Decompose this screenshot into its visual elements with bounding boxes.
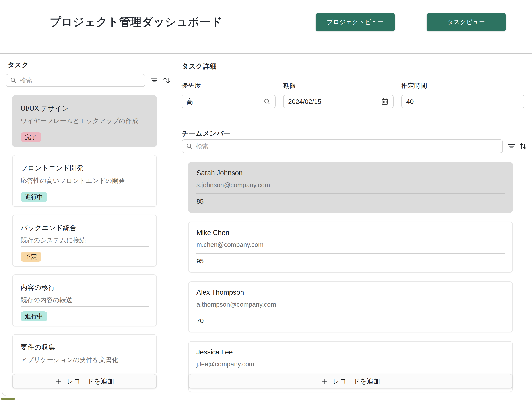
project-dashboard: プロジェクト管理ダッシュボード プロジェクトビュー タスクビュー タスク (0, 0, 532, 400)
member-name: Alex Thompson (196, 289, 244, 296)
estimated-hours-label: 推定時間 (401, 81, 525, 90)
task-description: ワイヤーフレームとモックアップの作成 (21, 117, 139, 125)
add-record-button[interactable]: レコードを追加 (188, 374, 513, 388)
task-card[interactable]: 内容の移行 既存の内容の転送 進行中 (12, 274, 157, 326)
member-email: a.thompson@company.com (196, 301, 276, 308)
member-score: 95 (196, 258, 203, 265)
card-divider (196, 193, 505, 194)
member-name: Jessica Lee (196, 348, 233, 356)
card-divider (196, 313, 505, 313)
due-date-field[interactable] (283, 95, 393, 108)
task-card[interactable]: バックエンド統合 既存のシステムに接続 予定 (12, 215, 157, 267)
member-email: s.johnson@company.com (196, 181, 270, 189)
due-date-label: 期限 (283, 81, 393, 90)
plus-icon (321, 378, 328, 385)
task-title: UI/UX デザイン (21, 104, 69, 113)
tasks-panel: タスク UI/UX デザイン ワイヤーフレームとモ (0, 54, 176, 400)
task-title: フロントエンド開発 (21, 164, 83, 173)
page-title: プロジェクト管理ダッシュボード (50, 15, 222, 29)
add-record-label: レコードを追加 (333, 377, 380, 386)
filter-icon[interactable] (151, 77, 158, 84)
team-search-row (182, 139, 527, 153)
sort-icon[interactable] (162, 76, 171, 85)
priority-input[interactable] (186, 98, 264, 105)
search-icon (10, 77, 17, 84)
card-divider (21, 306, 149, 307)
member-score: 70 (196, 317, 203, 325)
card-divider (21, 127, 149, 127)
priority-label: 優先度 (182, 81, 276, 90)
member-email: j.lee@company.com (196, 361, 254, 368)
task-description: 応答性の高いフロントエンドの開発 (21, 176, 125, 185)
priority-field-group: 優先度 (182, 81, 276, 108)
task-title: バックエンド統合 (21, 223, 76, 233)
member-email: m.chen@company.com (196, 241, 264, 248)
sort-icon[interactable] (519, 142, 527, 150)
member-card[interactable]: Sarah Johnson s.johnson@company.com 85 (188, 162, 513, 213)
priority-field[interactable] (182, 95, 276, 108)
task-card[interactable]: UI/UX デザイン ワイヤーフレームとモックアップの作成 完了 (12, 95, 157, 147)
plus-icon (55, 378, 62, 385)
status-badge: 進行中 (21, 192, 47, 202)
card-divider (21, 187, 149, 187)
task-title: 要件の収集 (21, 343, 55, 352)
member-name: Sarah Johnson (196, 169, 243, 177)
filter-icon[interactable] (508, 142, 515, 150)
estimated-hours-field[interactable] (401, 95, 525, 108)
tasks-search-box[interactable] (6, 74, 145, 87)
member-card[interactable]: Mike Chen m.chen@company.com 95 (188, 222, 513, 273)
project-view-button[interactable]: プロジェクトビュー (316, 13, 395, 31)
card-divider (21, 246, 149, 247)
team-members-heading: チームメンバー (182, 129, 231, 138)
task-view-button[interactable]: タスクビュー (427, 13, 506, 31)
member-score: 85 (196, 198, 203, 205)
card-divider (196, 253, 505, 253)
header: プロジェクト管理ダッシュボード プロジェクトビュー タスクビュー (0, 0, 532, 54)
team-member-list: Sarah Johnson s.johnson@company.com 85 M… (188, 162, 513, 400)
add-record-label: レコードを追加 (67, 377, 114, 386)
status-badge: 進行中 (21, 311, 47, 321)
status-badge: 完了 (21, 132, 41, 142)
task-card[interactable]: フロントエンド開発 応答性の高いフロントエンドの開発 進行中 (12, 155, 157, 207)
task-description: 既存の内容の転送 (21, 296, 72, 305)
task-description: 既存のシステムに接続 (21, 236, 86, 245)
lookup-search-icon[interactable] (264, 98, 271, 105)
task-list: UI/UX デザイン ワイヤーフレームとモックアップの作成 完了 フロントエンド… (12, 95, 157, 373)
team-search-box[interactable] (182, 139, 503, 153)
status-badge: 予定 (21, 252, 41, 262)
detail-fields: 優先度 期限 (182, 81, 525, 108)
member-name: Mike Chen (196, 229, 229, 237)
add-record-button[interactable]: レコードを追加 (12, 374, 157, 388)
tasks-search-row (6, 74, 171, 87)
task-details-panel: タスク詳細 優先度 期限 (176, 54, 532, 400)
task-title: 内容の移行 (21, 283, 55, 292)
estimated-hours-field-group: 推定時間 (401, 81, 525, 108)
tasks-search-input[interactable] (20, 77, 141, 84)
estimated-hours-input[interactable] (406, 98, 519, 105)
team-search-input[interactable] (196, 143, 498, 150)
calendar-icon[interactable] (381, 98, 389, 105)
due-date-input[interactable] (288, 98, 381, 105)
search-icon (186, 143, 193, 150)
details-heading: タスク詳細 (182, 62, 216, 71)
task-description: アプリケーションの要件を文書化 (21, 356, 118, 364)
tasks-heading: タスク (7, 60, 29, 70)
member-card[interactable]: Alex Thompson a.thompson@company.com 70 (188, 281, 513, 332)
bottom-edge-element (1, 398, 15, 400)
due-date-field-group: 期限 (283, 81, 393, 108)
main-content: タスク UI/UX デザイン ワイヤーフレームとモ (0, 54, 532, 400)
task-card[interactable]: 要件の収集 アプリケーションの要件を文書化 (12, 334, 157, 373)
